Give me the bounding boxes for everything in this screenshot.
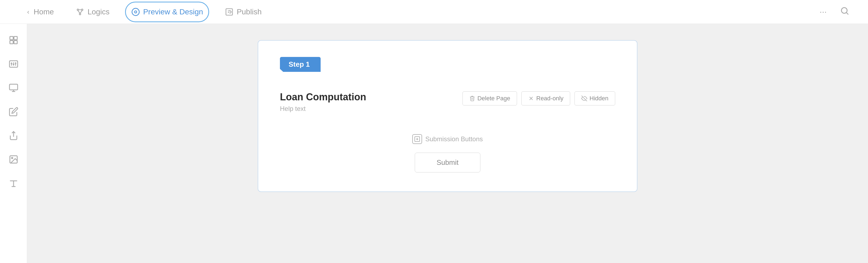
share-icon — [9, 131, 19, 140]
svg-point-2 — [79, 13, 81, 14]
svg-rect-9 — [14, 37, 17, 40]
submission-section: Submission Buttons Submit — [280, 134, 615, 172]
sidebar-image-icon[interactable] — [6, 152, 21, 167]
text-icon — [9, 178, 19, 188]
nav-publish[interactable]: Publish — [214, 3, 273, 21]
image-icon — [9, 155, 19, 164]
step-badge: Step 1 — [280, 57, 321, 72]
step-label: Step 1 — [289, 60, 310, 68]
submission-icon — [412, 134, 422, 144]
sliders-icon — [9, 59, 19, 69]
sidebar-share-icon[interactable] — [6, 128, 21, 143]
monitor-icon — [9, 83, 19, 93]
page-header: Loan Computation Help text Delete Page — [280, 91, 615, 112]
nav-preview-design[interactable]: Preview & Design — [120, 3, 214, 21]
preview-icon — [131, 8, 140, 16]
sidebar-monitor-icon[interactable] — [6, 80, 21, 95]
svg-rect-13 — [9, 84, 18, 90]
main-area: Step 1 Loan Computation Help text — [0, 24, 868, 263]
nav-home-label: Home — [34, 8, 54, 16]
delete-page-label: Delete Page — [477, 95, 510, 102]
hidden-button[interactable]: Hidden — [575, 91, 615, 105]
svg-point-1 — [82, 9, 83, 10]
submit-label: Submit — [437, 158, 459, 166]
svg-rect-8 — [10, 37, 13, 40]
svg-point-3 — [132, 8, 139, 15]
sidebar-sliders-icon[interactable] — [6, 56, 21, 72]
trash-icon — [469, 95, 475, 101]
nav-publish-label: Publish — [237, 8, 262, 16]
more-options-button[interactable]: ··· — [817, 5, 829, 19]
submit-button[interactable]: Submit — [415, 153, 480, 172]
canvas-area: Step 1 Loan Computation Help text — [27, 24, 868, 263]
read-only-label: Read-only — [536, 95, 563, 102]
sidebar-edit-icon[interactable] — [6, 104, 21, 119]
svg-point-0 — [77, 9, 79, 10]
add-box-icon — [414, 136, 421, 142]
svg-point-16 — [11, 158, 13, 159]
nav-logics[interactable]: Logics — [65, 3, 120, 21]
form-card: Step 1 Loan Computation Help text — [258, 40, 638, 192]
delete-page-button[interactable]: Delete Page — [463, 91, 517, 105]
sidebar-layout-icon[interactable] — [6, 33, 21, 48]
page-help-text: Help text — [280, 105, 366, 112]
nav-preview-design-label: Preview & Design — [143, 8, 203, 16]
hidden-label: Hidden — [589, 95, 609, 102]
read-only-button[interactable]: Read-only — [521, 91, 570, 105]
submission-label: Submission Buttons — [412, 134, 483, 144]
search-button[interactable] — [838, 4, 852, 20]
submission-buttons-label: Submission Buttons — [425, 135, 483, 143]
more-icon: ··· — [819, 7, 827, 17]
search-icon — [840, 6, 849, 16]
step-badge-wrapper: Step 1 — [280, 57, 321, 81]
page-title: Loan Computation — [280, 91, 366, 103]
svg-rect-10 — [10, 41, 13, 44]
edit-icon — [9, 107, 19, 117]
nav-home[interactable]: ‹ Home — [16, 3, 65, 21]
nav-right-group: ··· — [817, 4, 852, 20]
svg-point-4 — [134, 11, 137, 13]
logics-icon — [76, 8, 84, 16]
top-nav: ‹ Home Logics Preview & Design Publish ·… — [0, 0, 868, 24]
svg-rect-11 — [14, 41, 17, 44]
nav-logics-label: Logics — [88, 8, 110, 16]
page-actions: Delete Page Read-only — [463, 91, 615, 105]
publish-icon — [225, 8, 234, 16]
left-sidebar — [0, 24, 27, 263]
layout-icon — [9, 35, 19, 45]
svg-point-6 — [841, 8, 847, 13]
sidebar-text-icon[interactable] — [6, 176, 21, 191]
svg-line-7 — [846, 12, 848, 14]
hidden-icon — [581, 95, 587, 101]
read-only-icon — [528, 95, 534, 101]
page-title-group: Loan Computation Help text — [280, 91, 366, 112]
chevron-left-icon: ‹ — [27, 8, 29, 16]
